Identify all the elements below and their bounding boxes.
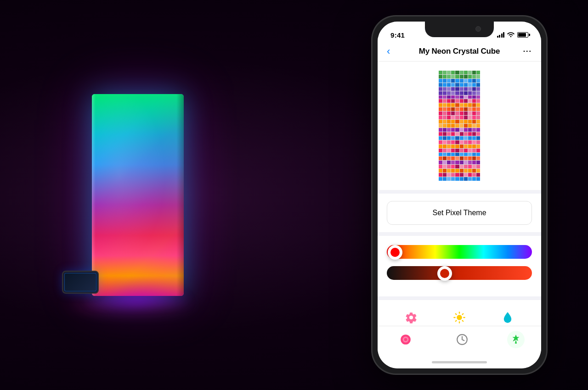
pixel-cell: [468, 140, 472, 144]
pixel-cell: [447, 145, 451, 148]
pixel-cell: [472, 95, 476, 99]
pixel-cell: [464, 75, 468, 78]
pixel-cell: [472, 116, 476, 119]
pixel-cell: [460, 153, 464, 156]
watch-accessory: [62, 271, 99, 294]
more-button[interactable]: ···: [518, 47, 532, 56]
pixel-cell: [447, 79, 451, 83]
pixel-cell: [451, 99, 455, 103]
back-button[interactable]: ‹: [387, 45, 401, 57]
brightness-slider-thumb[interactable]: [437, 266, 452, 281]
settings-control[interactable]: [401, 307, 421, 326]
pixel-cell: [460, 71, 464, 74]
pixel-cell: [447, 87, 451, 91]
color-control[interactable]: [498, 307, 518, 326]
pixel-cell: [460, 145, 464, 148]
pixel-cell: [468, 71, 472, 74]
hue-slider-thumb[interactable]: [388, 245, 402, 260]
pixel-cell: [468, 103, 472, 107]
pixel-cell: [468, 95, 472, 99]
clock-icon: [456, 334, 468, 345]
pixel-cell: [468, 169, 472, 173]
pixel-cell: [468, 128, 472, 132]
pixel-cell: [455, 111, 459, 115]
pixel-cell: [472, 124, 476, 128]
pixel-cell: [460, 120, 464, 123]
pixel-cell: [460, 136, 464, 140]
set-theme-section: Set Pixel Theme: [378, 194, 541, 232]
pixel-cell: [472, 103, 476, 107]
pixel-cell: [443, 120, 447, 123]
pixel-cell: [443, 124, 447, 128]
pixel-cell: [447, 124, 451, 128]
pixel-cell: [451, 111, 455, 115]
pixel-cell: [451, 136, 455, 140]
pixel-cell: [443, 153, 447, 156]
pixel-cell: [468, 111, 472, 115]
pixel-cell: [455, 79, 459, 83]
pixel-cell: [476, 149, 480, 152]
sliders-section: [378, 236, 541, 296]
pixel-cell: [460, 161, 464, 164]
pixel-cell: [455, 161, 459, 164]
pixel-cell: [464, 116, 468, 119]
pixel-cell: [464, 156, 468, 160]
pixel-cell: [451, 124, 455, 128]
pixel-cell: [464, 128, 468, 132]
pixel-cell: [468, 124, 472, 128]
pixel-cell: [447, 153, 451, 156]
pixel-cell: [451, 156, 455, 160]
pixel-cell: [447, 120, 451, 123]
pixel-cell: [476, 103, 480, 107]
pixel-cell: [447, 177, 451, 181]
pixel-cell: [443, 161, 447, 164]
pixel-cell: [460, 103, 464, 107]
brightness-slider-track[interactable]: [387, 266, 532, 280]
pixel-cell: [464, 173, 468, 177]
pixel-cell: [443, 107, 447, 111]
pixel-cell: [447, 75, 451, 78]
pixel-cell: [439, 136, 442, 140]
pixel-cell: [443, 116, 447, 119]
pixel-cell: [476, 107, 480, 111]
pixel-cell: [451, 91, 455, 95]
hue-slider-track[interactable]: [387, 245, 532, 259]
pixel-cell: [476, 177, 480, 181]
pixel-cell: [447, 99, 451, 103]
pixel-cell: [468, 87, 472, 91]
brightness-control[interactable]: [449, 307, 469, 326]
pixel-cell: [472, 87, 476, 91]
pixel-cell: [468, 145, 472, 148]
tab-effects[interactable]: [507, 331, 525, 348]
pixel-cell: [460, 169, 464, 173]
pixel-cell: [472, 145, 476, 148]
pixel-cell: [451, 87, 455, 91]
pixel-cell: [464, 91, 468, 95]
pixel-cell: [464, 136, 468, 140]
pixel-cell: [468, 132, 472, 136]
pixel-cell: [451, 161, 455, 164]
status-icons: [497, 32, 529, 39]
pixel-cell: [455, 173, 459, 177]
pixel-cell: [443, 169, 447, 173]
pixel-cell: [468, 91, 472, 95]
pixel-cell: [439, 83, 442, 87]
pixel-cell: [476, 136, 480, 140]
pixel-cell: [472, 91, 476, 95]
svg-line-6: [463, 321, 464, 322]
pixel-cell: [451, 75, 455, 78]
pixel-cell: [447, 103, 451, 107]
pixel-cell: [439, 153, 442, 156]
tab-schedule[interactable]: [451, 332, 474, 347]
home-bar: [432, 361, 487, 363]
pixel-cell: [464, 140, 468, 144]
pixel-cell: [472, 99, 476, 103]
pixel-cell: [460, 99, 464, 103]
pixel-cell: [443, 99, 447, 103]
pixel-cell: [472, 156, 476, 160]
pixel-cell: [476, 79, 480, 83]
set-pixel-theme-button[interactable]: Set Pixel Theme: [387, 201, 532, 225]
tab-paint[interactable]: [394, 332, 417, 347]
svg-line-8: [456, 321, 457, 322]
pixel-cell: [460, 156, 464, 160]
